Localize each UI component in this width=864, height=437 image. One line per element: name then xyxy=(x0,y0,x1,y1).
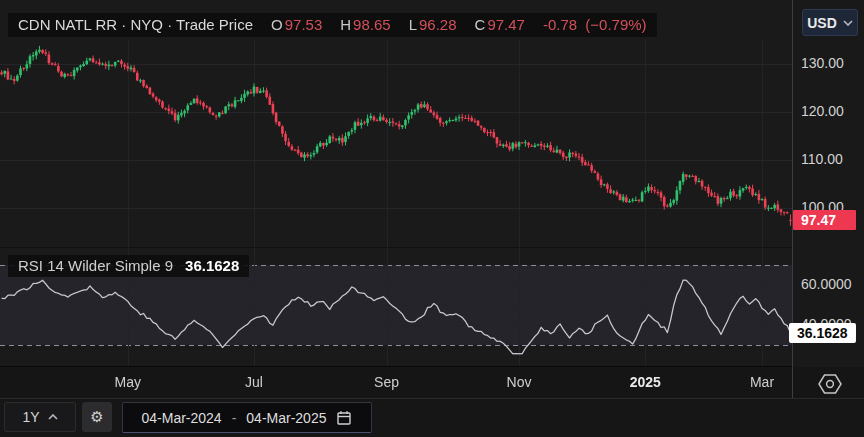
instrument-title: CDN NATL RR · NYQ · Trade Price xyxy=(18,16,253,33)
change-group: -0.78 (−0.79%) xyxy=(543,16,647,33)
change-percent: (−0.79%) xyxy=(585,16,646,33)
rsi-indicator-label[interactable]: RSI 14 Wilder Simple 9 36.1628 xyxy=(8,255,249,277)
high-group: H98.65 xyxy=(340,16,390,33)
hexagon-settings-icon xyxy=(818,373,842,395)
x-axis-label-jul: Jul xyxy=(245,374,263,390)
date-from: 04-Mar-2024 xyxy=(142,410,222,426)
x-axis-label-sep: Sep xyxy=(374,374,399,390)
price-axis-label: 120.00 xyxy=(801,103,844,119)
change-value: -0.78 xyxy=(543,16,577,33)
rsi-current-value: 36.1628 xyxy=(185,257,239,274)
calendar-icon xyxy=(336,410,352,426)
date-separator: - xyxy=(232,410,237,426)
low-value: 96.28 xyxy=(419,16,457,33)
rsi-axis-label: 60.0000 xyxy=(801,276,852,292)
x-axis-label-may: May xyxy=(115,374,141,390)
chart-header: CDN NATL RR · NYQ · Trade Price O97.53 H… xyxy=(8,13,657,37)
price-axis-label: 110.00 xyxy=(801,151,843,167)
chevron-up-icon xyxy=(48,414,58,420)
open-label: O xyxy=(271,16,283,33)
x-axis-label-2025: 2025 xyxy=(630,374,661,390)
low-label: L xyxy=(409,16,417,33)
chart-options-button[interactable] xyxy=(812,371,848,397)
price-axis-label: 130.00 xyxy=(801,55,844,71)
low-group: L96.28 xyxy=(409,16,457,33)
x-axis-label-nov: Nov xyxy=(507,374,532,390)
close-label: C xyxy=(475,16,486,33)
rsi-label-text: RSI 14 Wilder Simple 9 xyxy=(18,257,173,274)
trading-chart-window: CDN NATL RR · NYQ · Trade Price O97.53 H… xyxy=(0,0,864,437)
timeframe-button[interactable]: 1Y xyxy=(4,402,76,432)
chart-settings-button[interactable]: ⚙ xyxy=(82,402,112,432)
open-group: O97.53 xyxy=(271,16,322,33)
date-to: 04-Mar-2025 xyxy=(246,410,326,426)
gear-icon: ⚙ xyxy=(90,408,103,426)
rsi-value-badge: 36.1628 xyxy=(789,323,856,343)
high-value: 98.65 xyxy=(353,16,391,33)
price-rsi-chart-canvas[interactable] xyxy=(0,0,792,398)
open-value: 97.53 xyxy=(285,16,323,33)
currency-dropdown[interactable]: USD xyxy=(802,9,858,36)
high-label: H xyxy=(340,16,351,33)
timeframe-label: 1Y xyxy=(22,409,39,425)
currency-label: USD xyxy=(807,15,837,31)
close-group: C97.47 xyxy=(475,16,525,33)
chevron-down-icon xyxy=(843,20,853,26)
close-value: 97.47 xyxy=(487,16,525,33)
date-range-field[interactable]: 04-Mar-2024 - 04-Mar-2025 xyxy=(122,402,372,433)
last-price-badge: 97.47 xyxy=(793,210,856,230)
x-axis-label-mar: Mar xyxy=(750,374,774,390)
